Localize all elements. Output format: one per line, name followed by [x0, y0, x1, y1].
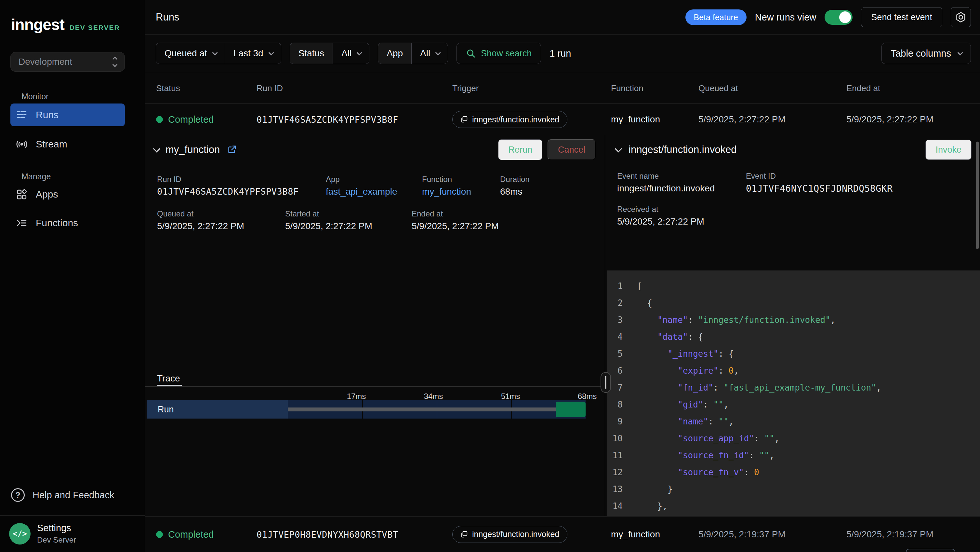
event-icon	[460, 116, 468, 123]
external-link-icon[interactable]	[227, 145, 237, 155]
resize-grip-icon	[605, 376, 606, 389]
code-line: 11 "source_fn_id": "",	[607, 447, 980, 464]
function-label: Function	[422, 175, 452, 184]
trace-tick: 17ms	[342, 392, 371, 401]
ended-value: 5/9/2025, 2:27:22 PM	[412, 221, 499, 231]
trigger-pill[interactable]: inngest/function.invoked	[452, 526, 567, 543]
queued-label: Queued at	[157, 209, 194, 219]
chevron-down-icon	[268, 50, 274, 55]
chevron-down-icon	[357, 50, 362, 55]
send-test-event-button[interactable]: Send test event	[861, 7, 942, 27]
received-at-label: Received at	[617, 205, 659, 214]
trace-tick: 51ms	[496, 392, 525, 401]
code-line: 5 "_inngest": {	[607, 345, 980, 362]
queued-at-filter[interactable]: Queued at	[156, 43, 225, 64]
table-row[interactable]: Completed 01JTVF46SA5ZCDK4YPFSPV3B8F inn…	[145, 104, 980, 135]
collapse-chevron-icon[interactable]	[153, 145, 161, 153]
chevron-down-icon	[435, 50, 441, 55]
settings-gear-button[interactable]	[951, 7, 971, 27]
settings-title: Settings	[37, 523, 76, 533]
section-label-monitor: Monitor	[21, 92, 48, 101]
payload-code: 1[2 {3 "name": "inngest/function.invoked…	[607, 270, 980, 516]
queued-at-label: Queued at	[164, 48, 207, 59]
code-line: 4 "data": {	[607, 329, 980, 345]
time-range-label: Last 3d	[234, 48, 263, 59]
app-label: App	[326, 175, 340, 184]
event-detail-panel: inngest/function.invoked Invoke Event na…	[605, 135, 980, 516]
app-filter-value[interactable]: All	[412, 43, 448, 64]
run-id: 01JTVEP0H8EVDNYXH68QRSTVBT	[256, 529, 398, 539]
trace-row-label: Run	[146, 400, 288, 418]
sidebar-item-label: Runs	[36, 109, 59, 120]
run-id-label: Run ID	[157, 175, 181, 184]
table-columns-button[interactable]: Table columns	[881, 43, 971, 64]
received-at-value: 5/9/2025, 2:27:22 PM	[617, 217, 704, 227]
table-row[interactable]: Completed 01JTVEP0H8EVDNYXH68QRSTVBT inn…	[145, 516, 980, 552]
select-updown-icon	[113, 57, 117, 66]
duration-value: 68ms	[500, 187, 522, 197]
ended-label: Ended at	[412, 209, 443, 219]
column-header-function: Function	[611, 83, 643, 93]
stream-icon	[16, 139, 27, 150]
code-line: 14 },	[607, 498, 980, 515]
event-id-label: Event ID	[746, 172, 776, 180]
panel-resize-handle[interactable]	[601, 372, 611, 393]
column-header-run-id: Run ID	[256, 83, 283, 93]
event-name-value: inngest/function.invoked	[617, 183, 715, 194]
status-filter-value[interactable]: All	[333, 43, 369, 64]
trace-run-row[interactable]: Run	[146, 400, 585, 418]
cancel-button[interactable]: Cancel	[547, 139, 596, 160]
ended-at-value: 5/9/2025, 2:19:37 PM	[846, 529, 934, 540]
status-filter-label: Status	[290, 43, 332, 64]
sidebar-item-label: Stream	[36, 139, 67, 150]
functions-icon	[16, 217, 27, 228]
sidebar-item-functions[interactable]: Functions	[10, 212, 125, 235]
invoke-button[interactable]: Invoke	[925, 140, 972, 160]
sidebar-item-stream[interactable]: Stream	[10, 133, 125, 156]
code-avatar-icon: </>	[9, 523, 30, 544]
code-line: 10 "source_app_id": "",	[607, 430, 980, 447]
runs-table-header: Status Run ID Trigger Function Queued at…	[145, 72, 980, 104]
trace-duration-bar	[288, 407, 556, 412]
app-link[interactable]: fast_api_example	[326, 187, 397, 197]
time-filter-group: Queued at Last 3d	[156, 43, 281, 64]
sidebar-item-runs[interactable]: Runs	[10, 104, 125, 126]
event-name-label: Event name	[617, 172, 659, 180]
code-line: 12 "source_fn_v": 0	[607, 464, 980, 481]
started-value: 5/9/2025, 2:27:22 PM	[285, 221, 372, 231]
time-range-filter[interactable]: Last 3d	[225, 43, 281, 64]
column-header-ended: Ended at	[846, 83, 880, 93]
started-label: Started at	[285, 209, 319, 219]
queued-value: 5/9/2025, 2:27:22 PM	[157, 221, 244, 231]
new-runs-view-toggle[interactable]	[824, 10, 853, 25]
trigger-pill[interactable]: inngest/function.invoked	[452, 111, 567, 128]
topbar: Runs Beta feature New runs view Send tes…	[145, 0, 980, 35]
environment-select[interactable]: Development	[10, 52, 125, 72]
partial-panel-edge	[906, 549, 955, 552]
trigger-label: inngest/function.invoked	[472, 530, 559, 539]
code-line: 2 {	[607, 295, 980, 311]
run-id-value: 01JTVF46SA5ZCDK4YPFSPV3B8F	[157, 187, 299, 196]
filter-bar: Queued at Last 3d Status All App	[145, 35, 980, 72]
column-header-trigger: Trigger	[452, 83, 479, 93]
code-scrollbar-thumb[interactable]	[976, 142, 979, 249]
help-and-feedback[interactable]: ? Help and Feedback	[11, 488, 115, 502]
rerun-button[interactable]: Rerun	[498, 139, 542, 160]
trace-divider	[145, 386, 605, 387]
collapse-chevron-icon[interactable]	[615, 145, 622, 153]
settings-entry[interactable]: </> Settings Dev Server	[9, 523, 76, 544]
environment-select-value: Development	[19, 57, 72, 67]
gear-icon	[955, 11, 967, 23]
show-search-button[interactable]: Show search	[457, 43, 541, 64]
tab-trace[interactable]: Trace	[157, 373, 180, 384]
dev-server-badge: DEV SERVER	[70, 24, 120, 32]
sidebar-item-apps[interactable]: Apps	[10, 183, 125, 206]
queued-at-value: 5/9/2025, 2:27:22 PM	[698, 114, 786, 124]
sidebar-divider	[0, 515, 145, 515]
function-link[interactable]: my_function	[422, 187, 471, 197]
function-name: my_function	[611, 114, 660, 124]
trace-tick: 34ms	[419, 392, 448, 401]
logo-text: inngest	[11, 16, 64, 34]
settings-subtitle: Dev Server	[37, 535, 76, 544]
sidebar: inngest DEV SERVER Development Monitor R…	[0, 0, 145, 552]
